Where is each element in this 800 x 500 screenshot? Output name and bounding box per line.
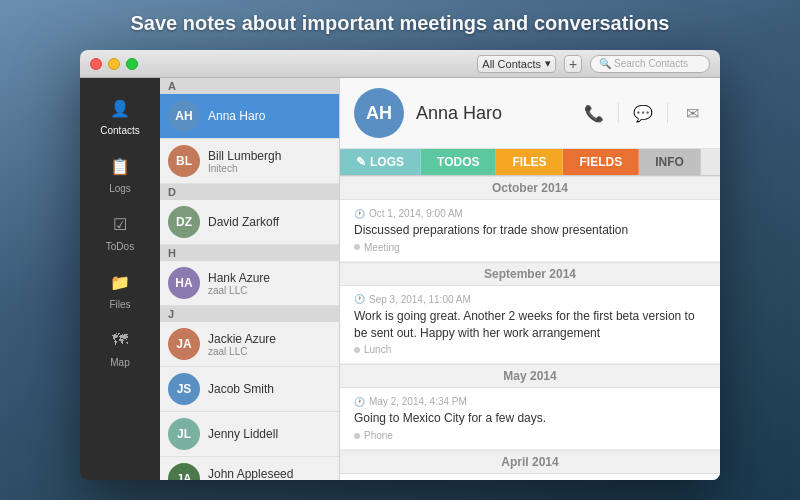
page-header: Save notes about important meetings and … <box>0 12 800 35</box>
section-header-h: H <box>160 245 339 261</box>
month-header-oct2014: October 2014 <box>340 176 720 200</box>
sidebar-item-todos[interactable]: ☑ ToDos <box>80 202 160 260</box>
tag-label: Lunch <box>364 344 391 355</box>
sidebar-item-contacts-label: Contacts <box>100 125 139 136</box>
tag-dot <box>354 244 360 250</box>
month-header-sep2014: September 2014 <box>340 262 720 286</box>
log-entry: 🕐 Oct 1, 2014, 9:00 AM Discussed prepara… <box>340 200 720 262</box>
contact-name: Jacob Smith <box>208 382 274 396</box>
contact-name: David Zarkoff <box>208 215 279 229</box>
separator <box>618 103 619 123</box>
sidebar-item-files-label: Files <box>109 299 130 310</box>
log-datetime: Sep 3, 2014, 11:00 AM <box>369 294 471 305</box>
sidebar-item-todos-label: ToDos <box>106 241 134 252</box>
main-content: 👤 Contacts 📋 Logs ☑ ToDos 📁 Files 🗺 Map <box>80 78 720 480</box>
log-tag: Lunch <box>354 344 706 355</box>
avatar: HA <box>168 267 200 299</box>
avatar: JA <box>168 463 200 480</box>
tab-todos[interactable]: TODOS <box>421 149 496 175</box>
avatar: DZ <box>168 206 200 238</box>
todos-tab-label: TODOS <box>437 155 479 169</box>
detail-actions: 📞 💬 ✉ <box>580 99 706 127</box>
tab-files[interactable]: FILES <box>496 149 563 175</box>
contact-sub: zaal LLC <box>208 285 270 296</box>
avatar: JL <box>168 418 200 450</box>
tab-logs[interactable]: ✎ LOGS <box>340 149 421 175</box>
log-text: Discussed preparations for trade show pr… <box>354 222 706 239</box>
app-window: All Contacts ▾ + 🔍 Search Contacts 👤 Con… <box>80 50 720 480</box>
separator <box>667 103 668 123</box>
fields-tab-label: FIELDS <box>579 155 622 169</box>
contact-name: Anna Haro <box>208 109 265 123</box>
sidebar-item-logs-label: Logs <box>109 183 131 194</box>
sidebar-item-contacts[interactable]: 👤 Contacts <box>80 86 160 144</box>
section-header-j: J <box>160 306 339 322</box>
logs-tab-label: LOGS <box>370 155 404 169</box>
contacts-select[interactable]: All Contacts ▾ <box>477 55 556 73</box>
search-contacts-input[interactable]: 🔍 Search Contacts <box>590 55 710 73</box>
contact-item-jacob-smith[interactable]: JS Jacob Smith <box>160 367 339 412</box>
contact-item-john-appleseed[interactable]: JA John Appleseed zaal LLC <box>160 457 339 480</box>
log-text: Work is going great. Another 2 weeks for… <box>354 308 706 342</box>
log-entry: 🕐 Apr 20, 2014, 4:33 PM First demo looks… <box>340 474 720 480</box>
close-button[interactable] <box>90 58 102 70</box>
log-tag: Phone <box>354 430 706 441</box>
contact-name: Bill Lumbergh <box>208 149 281 163</box>
log-meta: 🕐 Sep 3, 2014, 11:00 AM <box>354 294 706 305</box>
log-tag: Meeting <box>354 242 706 253</box>
tabs-bar: ✎ LOGS TODOS FILES FIELDS INFO <box>340 149 720 176</box>
contact-name: Jenny Liddell <box>208 427 278 441</box>
detail-name: Anna Haro <box>416 103 568 124</box>
detail-panel: AH Anna Haro 📞 💬 ✉ ✎ LOGS TODOS <box>340 78 720 480</box>
files-icon: 📁 <box>106 268 134 296</box>
add-label: + <box>569 56 577 72</box>
avatar: BL <box>168 145 200 177</box>
phone-icon[interactable]: 📞 <box>580 99 608 127</box>
add-contact-button[interactable]: + <box>564 55 582 73</box>
header-title: Save notes about important meetings and … <box>130 12 669 34</box>
log-datetime: Oct 1, 2014, 9:00 AM <box>369 208 463 219</box>
clock-icon: 🕐 <box>354 397 365 407</box>
detail-header: AH Anna Haro 📞 💬 ✉ <box>340 78 720 149</box>
sidebar-item-files[interactable]: 📁 Files <box>80 260 160 318</box>
contacts-select-label: All Contacts <box>482 58 541 70</box>
search-icon: 🔍 <box>599 58 611 69</box>
log-meta: 🕐 May 2, 2014, 4:34 PM <box>354 396 706 407</box>
section-header-a: A <box>160 78 339 94</box>
todos-icon: ☑ <box>106 210 134 238</box>
minimize-button[interactable] <box>108 58 120 70</box>
info-tab-label: INFO <box>655 155 684 169</box>
tab-fields[interactable]: FIELDS <box>563 149 639 175</box>
files-tab-label: FILES <box>512 155 546 169</box>
sidebar-item-map[interactable]: 🗺 Map <box>80 318 160 376</box>
contact-item-anna-haro[interactable]: AH Anna Haro <box>160 94 339 139</box>
log-content: October 2014 🕐 Oct 1, 2014, 9:00 AM Disc… <box>340 176 720 480</box>
message-icon[interactable]: 💬 <box>629 99 657 127</box>
sidebar-item-map-label: Map <box>110 357 129 368</box>
title-bar: All Contacts ▾ + 🔍 Search Contacts <box>80 50 720 78</box>
contact-sub: Initech <box>208 163 281 174</box>
email-icon[interactable]: ✉ <box>678 99 706 127</box>
maximize-button[interactable] <box>126 58 138 70</box>
tab-info[interactable]: INFO <box>639 149 701 175</box>
contact-item-bill-lumbergh[interactable]: BL Bill Lumbergh Initech <box>160 139 339 184</box>
contacts-icon: 👤 <box>106 94 134 122</box>
map-icon: 🗺 <box>106 326 134 354</box>
contact-list: A AH Anna Haro BL Bill Lumbergh Initech … <box>160 78 340 480</box>
month-header-may2014: May 2014 <box>340 364 720 388</box>
avatar: JS <box>168 373 200 405</box>
contact-item-hank-azure[interactable]: HA Hank Azure zaal LLC <box>160 261 339 306</box>
detail-avatar: AH <box>354 88 404 138</box>
log-datetime: May 2, 2014, 4:34 PM <box>369 396 467 407</box>
contact-name: Jackie Azure <box>208 332 276 346</box>
contact-sub: zaal LLC <box>208 346 276 357</box>
section-header-d: D <box>160 184 339 200</box>
contact-item-jackie-azure[interactable]: JA Jackie Azure zaal LLC <box>160 322 339 367</box>
search-placeholder: Search Contacts <box>614 58 688 69</box>
logs-icon: 📋 <box>106 152 134 180</box>
clock-icon: 🕐 <box>354 294 365 304</box>
sidebar-item-logs[interactable]: 📋 Logs <box>80 144 160 202</box>
contact-item-david-zarkoff[interactable]: DZ David Zarkoff <box>160 200 339 245</box>
log-entry: 🕐 May 2, 2014, 4:34 PM Going to Mexico C… <box>340 388 720 450</box>
contact-item-jenny-liddell[interactable]: JL Jenny Liddell <box>160 412 339 457</box>
